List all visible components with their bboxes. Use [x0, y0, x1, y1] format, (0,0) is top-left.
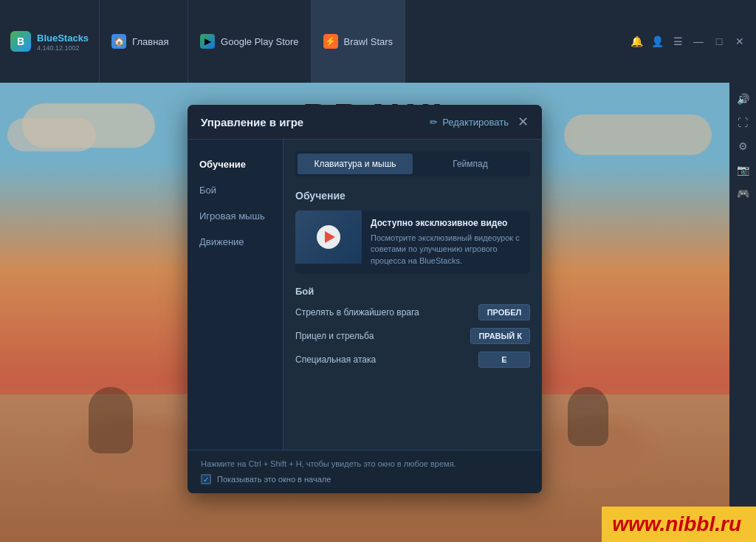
- minimize-button[interactable]: —: [688, 31, 709, 52]
- game-controls-dialog: Управление в игре ✏ Редактировать ✕ Обуч…: [188, 105, 542, 493]
- modal-overlay: Управление в игре ✏ Редактировать ✕ Обуч…: [0, 83, 729, 542]
- nav-movement[interactable]: Движение: [188, 229, 283, 255]
- edit-icon: ✏: [430, 117, 438, 128]
- tab-home[interactable]: 🏠 Главная: [100, 0, 188, 83]
- brawl-tab-icon: ⚡: [323, 34, 338, 49]
- tutorial-section-title: Обучение: [295, 190, 530, 202]
- dialog-content: Клавиатура и мышь Геймпад Обучение Досту…: [284, 140, 542, 450]
- control-row-1: Прицел и стрельба ПРАВЫЙ К: [295, 328, 530, 344]
- right-sidebar: 🔊 ⛶ ⚙ 📷 🎮 ⚙: [729, 83, 756, 542]
- control-label-0: Стрелять в ближайшего врага: [295, 307, 419, 318]
- video-card[interactable]: Доступно эксклюзивное видео Посмотрите э…: [295, 210, 530, 274]
- home-tab-label: Главная: [132, 36, 168, 47]
- edit-button[interactable]: ✏ Редактировать: [430, 117, 509, 128]
- bluestacks-logo: B: [10, 31, 31, 52]
- key-badge-2[interactable]: E: [478, 351, 530, 368]
- home-tab-icon: 🏠: [111, 34, 126, 49]
- control-row-2: Специальная атака E: [295, 351, 530, 368]
- tab-bar: B BlueStacks 4.140.12.1002 🏠 Главная ▶ G…: [0, 0, 756, 83]
- checkbox-label: Показывать это окно в начале: [217, 475, 331, 484]
- control-label-2: Специальная атака: [295, 354, 376, 365]
- video-info: Доступно эксклюзивное видео Посмотрите э…: [362, 210, 530, 274]
- video-title: Доступно эксклюзивное видео: [371, 218, 521, 228]
- dialog-body: Обучение Бой Игровая мышь Движение Клави…: [188, 140, 542, 450]
- dialog-footer: Нажмите на Ctrl + Shift + H, чтобы увиде…: [188, 450, 542, 493]
- footer-hint: Нажмите на Ctrl + Shift + H, чтобы увиде…: [201, 459, 529, 468]
- maximize-button[interactable]: □: [709, 31, 729, 52]
- bluestacks-name: BlueStacks: [37, 32, 89, 44]
- dialog-header: Управление в игре ✏ Редактировать ✕: [188, 105, 542, 140]
- bluestacks-version: 4.140.12.1002: [37, 44, 89, 52]
- dialog-sidebar: Обучение Бой Игровая мышь Движение: [188, 140, 284, 450]
- nav-game-mouse[interactable]: Игровая мышь: [188, 203, 283, 229]
- play-button-circle: [317, 225, 340, 249]
- play-tab-icon: ▶: [200, 34, 215, 49]
- control-row-0: Стрелять в ближайшего врага ПРОБЕЛ: [295, 304, 530, 320]
- watermark: www.nibbl.ru: [602, 507, 756, 542]
- show-on-start-checkbox[interactable]: ✓: [201, 474, 211, 484]
- keyboard-mouse-tab[interactable]: Клавиатура и мышь: [298, 154, 413, 174]
- edit-label: Редактировать: [442, 117, 509, 128]
- tab-brawl-stars[interactable]: ⚡ Brawl Stars: [312, 0, 405, 83]
- sidebar-gamepad-icon[interactable]: 🎮: [732, 183, 753, 204]
- brawl-tab-label: Brawl Stars: [344, 36, 393, 47]
- watermark-text: www.nibbl.ru: [612, 512, 741, 535]
- taskbar: B BlueStacks 4.140.12.1002 🏠 Главная ▶ G…: [0, 0, 756, 83]
- video-desc: Посмотрите эксклюзивный видеоурок с сове…: [371, 233, 521, 267]
- key-badge-1[interactable]: ПРАВЫЙ К: [470, 328, 530, 344]
- sidebar-camera-icon[interactable]: 📷: [732, 159, 753, 180]
- bluestacks-brand: B BlueStacks 4.140.12.1002: [0, 0, 100, 83]
- footer-checkbox-row: ✓ Показывать это окно в начале: [201, 474, 529, 484]
- nav-battle[interactable]: Бой: [188, 177, 283, 203]
- nav-tutorial[interactable]: Обучение: [188, 151, 283, 177]
- notification-button[interactable]: 🔔: [626, 31, 647, 52]
- dialog-header-right: ✏ Редактировать ✕: [430, 115, 529, 128]
- account-button[interactable]: 👤: [647, 31, 667, 52]
- tab-google-play[interactable]: ▶ Google Play Store: [188, 0, 312, 83]
- control-label-1: Прицел и стрельба: [295, 331, 374, 341]
- play-triangle-icon: [325, 231, 335, 243]
- gamepad-tab[interactable]: Геймпад: [413, 154, 528, 174]
- key-badge-0[interactable]: ПРОБЕЛ: [478, 304, 530, 320]
- checkbox-check-icon: ✓: [203, 476, 209, 484]
- close-button[interactable]: ✕: [729, 31, 750, 52]
- play-tab-label: Google Play Store: [221, 36, 299, 47]
- battle-section-title: Бой: [295, 286, 530, 297]
- sidebar-volume-icon[interactable]: 🔊: [732, 89, 753, 109]
- sidebar-fullscreen-icon[interactable]: ⛶: [732, 112, 753, 133]
- window-controls: 🔔 👤 ☰ — □ ✕: [620, 0, 756, 83]
- menu-button[interactable]: ☰: [667, 31, 688, 52]
- dialog-title: Управление в игре: [201, 116, 303, 128]
- sidebar-settings-icon[interactable]: ⚙: [732, 136, 753, 157]
- video-thumbnail: [295, 210, 362, 264]
- dialog-close-button[interactable]: ✕: [518, 115, 529, 128]
- input-tab-switch: Клавиатура и мышь Геймпад: [295, 151, 530, 176]
